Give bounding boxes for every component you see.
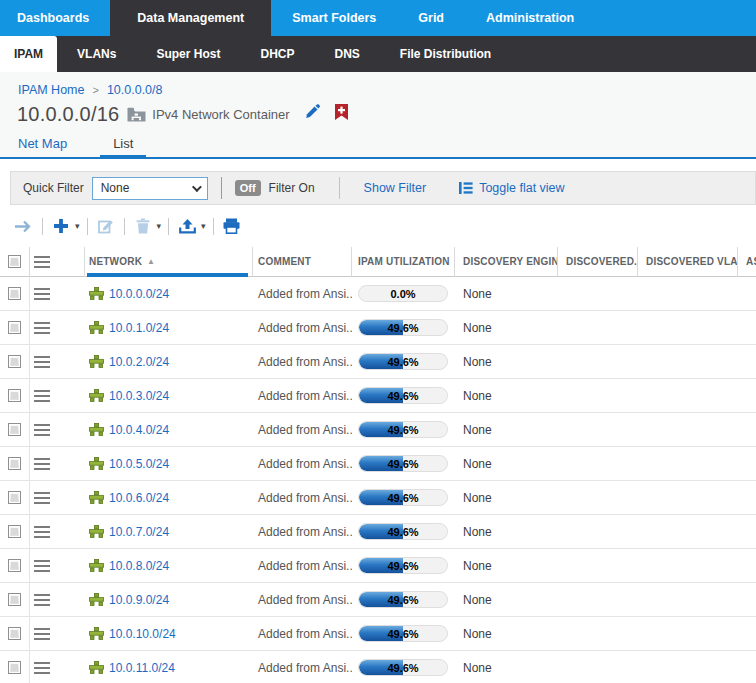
- show-filter-link[interactable]: Show Filter: [364, 181, 427, 195]
- column-header-discovery-engine[interactable]: DISCOVERY ENGINE: [455, 247, 558, 277]
- edit-pencil-icon[interactable]: [304, 104, 321, 124]
- table-row[interactable]: 10.0.2.0/24 Added from Ansi... 49.6% Non…: [0, 345, 756, 379]
- row-checkbox[interactable]: [8, 661, 21, 674]
- network-link[interactable]: 10.0.11.0/24: [109, 661, 175, 675]
- row-checkbox[interactable]: [8, 559, 21, 572]
- subnav-vlans[interactable]: VLANs: [57, 36, 136, 72]
- table-row[interactable]: 10.0.9.0/24 Added from Ansi... 49.6% Non…: [0, 583, 756, 617]
- nav-data-management[interactable]: Data Management: [110, 0, 271, 36]
- column-header-discovered[interactable]: DISCOVERED...: [558, 247, 638, 277]
- comment-cell: Added from Ansi...: [253, 345, 352, 379]
- filter-off-toggle[interactable]: Off: [235, 180, 261, 196]
- network-link[interactable]: 10.0.7.0/24: [109, 525, 169, 539]
- subnav-super-host[interactable]: Super Host: [136, 36, 240, 72]
- network-link[interactable]: 10.0.8.0/24: [109, 559, 169, 573]
- row-checkbox[interactable]: [8, 355, 21, 368]
- row-menu-icon[interactable]: [34, 424, 50, 436]
- add-menu-caret-icon[interactable]: ▾: [75, 221, 80, 231]
- utilization-label: 49.6%: [359, 558, 447, 573]
- row-menu-icon[interactable]: [34, 458, 50, 470]
- utilization-label: 49.6%: [359, 592, 447, 607]
- add-icon[interactable]: [50, 214, 72, 238]
- tab-list[interactable]: List: [113, 136, 133, 157]
- row-checkbox[interactable]: [8, 593, 21, 606]
- discovered-cell: [558, 651, 638, 683]
- row-menu-icon[interactable]: [34, 662, 50, 674]
- network-icon: [89, 593, 104, 606]
- table-row[interactable]: 10.0.6.0/24 Added from Ansi... 49.6% Non…: [0, 481, 756, 515]
- open-arrow-icon[interactable]: [13, 214, 35, 238]
- table-row[interactable]: 10.0.8.0/24 Added from Ansi... 49.6% Non…: [0, 549, 756, 583]
- print-icon[interactable]: [221, 214, 243, 238]
- utilization-bar: 49.6%: [358, 625, 448, 642]
- quick-filter-value: None: [101, 181, 130, 195]
- network-link[interactable]: 10.0.3.0/24: [109, 389, 169, 403]
- select-all-checkbox[interactable]: [8, 255, 21, 268]
- table-row[interactable]: 10.0.11.0/24 Added from Ansi... 49.6% No…: [0, 651, 756, 683]
- subnav-ipam[interactable]: IPAM: [0, 36, 57, 72]
- quick-filter-select[interactable]: None: [92, 177, 208, 200]
- breadcrumb-link-parent-network[interactable]: 10.0.0.0/8: [107, 83, 163, 97]
- row-checkbox[interactable]: [8, 525, 21, 538]
- column-header-discovered-vlan[interactable]: DISCOVERED VLA...: [638, 247, 738, 277]
- row-menu-icon[interactable]: [34, 492, 50, 504]
- flat-view-icon[interactable]: [459, 182, 473, 194]
- discovered-vlan-cell: [638, 311, 738, 345]
- nav-administration[interactable]: Administration: [465, 0, 595, 36]
- table-row[interactable]: 10.0.0.0/24 Added from Ansi... 0.0% None: [0, 277, 756, 311]
- row-menu-icon[interactable]: [34, 322, 50, 334]
- network-link[interactable]: 10.0.0.0/24: [109, 287, 169, 301]
- utilization-label: 49.6%: [359, 456, 447, 471]
- table-row[interactable]: 10.0.3.0/24 Added from Ansi... 49.6% Non…: [0, 379, 756, 413]
- subnav-file-distribution[interactable]: File Distribution: [380, 36, 511, 72]
- edit-icon[interactable]: [95, 214, 117, 238]
- bookmark-icon[interactable]: [335, 104, 348, 124]
- row-menu-icon[interactable]: [34, 390, 50, 402]
- network-link[interactable]: 10.0.6.0/24: [109, 491, 169, 505]
- discovered-cell: [558, 413, 638, 447]
- nav-grid[interactable]: Grid: [397, 0, 465, 36]
- table-row[interactable]: 10.0.1.0/24 Added from Ansi... 49.6% Non…: [0, 311, 756, 345]
- row-checkbox[interactable]: [8, 627, 21, 640]
- network-link[interactable]: 10.0.9.0/24: [109, 593, 169, 607]
- network-icon: [89, 287, 104, 300]
- row-checkbox[interactable]: [8, 287, 21, 300]
- row-menu-icon[interactable]: [34, 560, 50, 572]
- row-menu-icon[interactable]: [34, 288, 50, 300]
- subnav-dns[interactable]: DNS: [314, 36, 379, 72]
- breadcrumb-link-ipam-home[interactable]: IPAM Home: [18, 83, 84, 97]
- table-row[interactable]: 10.0.10.0/24 Added from Ansi... 49.6% No…: [0, 617, 756, 651]
- header-menu-icon[interactable]: [34, 256, 50, 268]
- nav-dashboards[interactable]: Dashboards: [0, 0, 110, 36]
- delete-icon[interactable]: [132, 214, 154, 238]
- row-checkbox[interactable]: [8, 389, 21, 402]
- table-row[interactable]: 10.0.5.0/24 Added from Ansi... 49.6% Non…: [0, 447, 756, 481]
- row-checkbox[interactable]: [8, 321, 21, 334]
- network-link[interactable]: 10.0.1.0/24: [109, 321, 169, 335]
- row-checkbox[interactable]: [8, 423, 21, 436]
- divider: [124, 218, 125, 235]
- row-checkbox[interactable]: [8, 491, 21, 504]
- tab-net-map[interactable]: Net Map: [18, 136, 67, 157]
- export-icon[interactable]: [176, 214, 198, 238]
- toggle-flat-view-link[interactable]: Toggle flat view: [479, 181, 564, 195]
- network-link[interactable]: 10.0.2.0/24: [109, 355, 169, 369]
- column-header-as[interactable]: AS: [738, 247, 756, 277]
- delete-menu-caret-icon[interactable]: ▾: [157, 221, 162, 231]
- table-row[interactable]: 10.0.7.0/24 Added from Ansi... 49.6% Non…: [0, 515, 756, 549]
- subnav-dhcp[interactable]: DHCP: [240, 36, 314, 72]
- network-link[interactable]: 10.0.10.0/24: [109, 627, 176, 641]
- network-link[interactable]: 10.0.5.0/24: [109, 457, 169, 471]
- row-menu-icon[interactable]: [34, 628, 50, 640]
- column-header-comment[interactable]: COMMENT: [253, 247, 352, 277]
- nav-smart-folders[interactable]: Smart Folders: [271, 0, 397, 36]
- row-checkbox[interactable]: [8, 457, 21, 470]
- column-header-ipam-utilization[interactable]: IPAM UTILIZATION: [352, 247, 455, 277]
- row-menu-icon[interactable]: [34, 356, 50, 368]
- column-header-network[interactable]: NETWORK ▲: [85, 247, 253, 277]
- export-menu-caret-icon[interactable]: ▾: [201, 221, 206, 231]
- network-link[interactable]: 10.0.4.0/24: [109, 423, 169, 437]
- row-menu-icon[interactable]: [34, 594, 50, 606]
- table-row[interactable]: 10.0.4.0/24 Added from Ansi... 49.6% Non…: [0, 413, 756, 447]
- row-menu-icon[interactable]: [34, 526, 50, 538]
